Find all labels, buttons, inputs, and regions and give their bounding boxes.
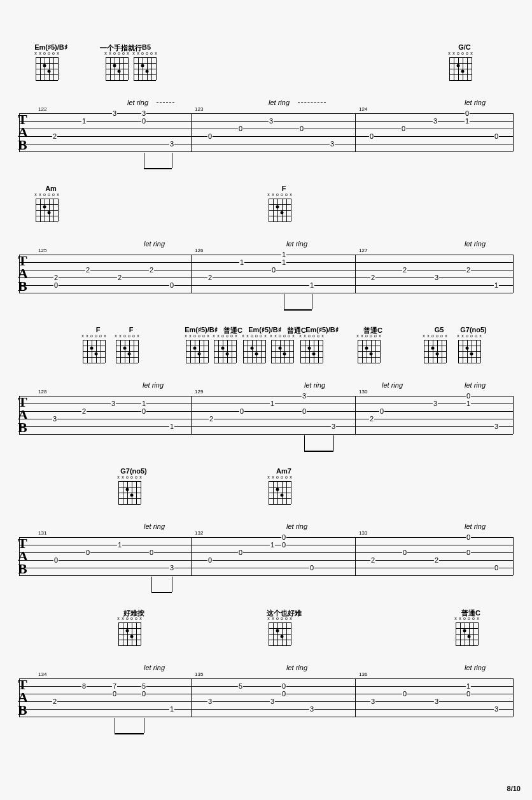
tab-staff: TAB128129130323011201033203103 bbox=[19, 396, 513, 434]
let-ring-marking: let ring bbox=[465, 523, 486, 530]
fret-number: 3 bbox=[302, 392, 307, 400]
chord-diagram: xxooox bbox=[269, 193, 291, 221]
measure-number: 133 bbox=[359, 530, 367, 536]
let-ring-marking: let ring bbox=[304, 381, 325, 389]
measure-number: 127 bbox=[359, 248, 367, 253]
fret-number: 3 bbox=[370, 698, 375, 705]
fret-number: 3 bbox=[141, 109, 146, 117]
chord-diagram: xxooox bbox=[424, 335, 447, 363]
fret-number: 3 bbox=[169, 564, 174, 572]
fret-number: 2 bbox=[117, 274, 122, 281]
chord-diagram: xxooox bbox=[118, 476, 141, 504]
chord-diagram: xxooox bbox=[300, 335, 323, 363]
fret-number: 0 bbox=[149, 549, 154, 556]
measure-number: 123 bbox=[195, 106, 203, 112]
fret-number: 0 bbox=[494, 132, 499, 140]
stem bbox=[284, 294, 284, 309]
fret-number: 3 bbox=[207, 698, 213, 705]
measure-number: 132 bbox=[195, 530, 203, 536]
fret-number: 2 bbox=[434, 556, 439, 564]
fret-number: 0 bbox=[271, 266, 276, 274]
measure-number: 135 bbox=[195, 671, 203, 677]
measure-number: 125 bbox=[38, 248, 46, 253]
fret-number: 3 bbox=[52, 415, 57, 423]
fret-number: 2 bbox=[85, 266, 90, 274]
fret-number: 3 bbox=[112, 109, 117, 117]
tab-clef-icon: TAB bbox=[18, 537, 27, 575]
beam bbox=[284, 309, 312, 311]
let-ring-marking: let ring bbox=[269, 99, 290, 106]
chord-name: Am7 bbox=[276, 467, 291, 475]
fret-number: 0 bbox=[238, 125, 243, 132]
fret-number: 1 bbox=[270, 400, 275, 407]
beam bbox=[304, 451, 333, 452]
fret-number: 1 bbox=[465, 117, 470, 125]
tab-system: FFEm(♯5)/B♯普通CEm(♯5)/B♯普通CEm(♯5)/B♯普通CG5… bbox=[19, 326, 513, 453]
chord-diagram: xxooox bbox=[456, 617, 479, 645]
fret-number: 0 bbox=[494, 564, 499, 572]
measure-number: 134 bbox=[38, 671, 46, 677]
let-ring-marking: let ring bbox=[143, 381, 164, 389]
fret-number: 0 bbox=[141, 117, 146, 125]
let-ring-marking: let ring bbox=[144, 523, 165, 530]
fret-number: 5 bbox=[141, 682, 146, 690]
beam bbox=[115, 733, 144, 734]
stem bbox=[144, 718, 144, 733]
fret-number: 0 bbox=[402, 690, 407, 698]
fret-number: 1 bbox=[309, 281, 314, 289]
let-ring-marking: let ring bbox=[382, 381, 403, 389]
chord-name: F bbox=[129, 326, 134, 333]
fret-number: 0 bbox=[169, 281, 174, 289]
fret-number: 0 bbox=[369, 132, 374, 140]
fret-number: 0 bbox=[207, 132, 213, 140]
stem bbox=[115, 718, 115, 733]
chord-name: B5 bbox=[142, 43, 151, 51]
fret-number: 0 bbox=[281, 682, 286, 690]
beam bbox=[151, 592, 172, 593]
measure-number: 130 bbox=[359, 389, 367, 395]
fret-number: 0 bbox=[466, 690, 471, 698]
fret-number: 3 bbox=[330, 140, 335, 148]
fret-number: 0 bbox=[466, 549, 471, 556]
fret-number: 3 bbox=[169, 140, 174, 148]
chord-diagram: xxooox bbox=[449, 52, 472, 80]
tab-system: AmFxxoooxxxoooxlet ringlet ringlet ringT… bbox=[19, 185, 513, 312]
fret-number: 2 bbox=[370, 556, 375, 564]
let-ring-marking: let ring bbox=[465, 381, 486, 389]
let-ring-marking: let ring bbox=[286, 664, 307, 671]
fret-number: 1 bbox=[141, 400, 146, 407]
fret-number: 0 bbox=[141, 690, 146, 698]
page-number: 8/10 bbox=[507, 785, 521, 792]
stem bbox=[172, 153, 172, 168]
chord-name: G/C bbox=[458, 43, 471, 51]
chord-name: G7(no5) bbox=[120, 467, 147, 475]
fret-number: 0 bbox=[85, 549, 90, 556]
chord-diagram: xxooox bbox=[269, 617, 291, 645]
tab-system: Em(♯5)/B♯一个手指就行B5G/Cxxoooxxxoooxxxoooxxx… bbox=[19, 43, 513, 171]
measure-number: 126 bbox=[195, 248, 203, 253]
chord-diagram: xxooox bbox=[36, 193, 59, 221]
fret-number: 0 bbox=[379, 407, 384, 415]
chord-diagram: xxooox bbox=[134, 52, 157, 80]
fret-number: 3 bbox=[433, 400, 438, 407]
chord-name: G5 bbox=[435, 326, 444, 333]
chord-diagram: xxooox bbox=[214, 335, 237, 363]
fret-number: 1 bbox=[169, 423, 174, 430]
fret-number: 2 bbox=[466, 266, 471, 274]
tab-staff: TAB12212312421330300303003010 bbox=[19, 113, 513, 151]
fret-number: 1 bbox=[466, 682, 471, 690]
fret-number: 0 bbox=[281, 533, 286, 541]
chord-diagram: xxooox bbox=[358, 335, 381, 363]
stem bbox=[333, 435, 334, 451]
fret-number: 0 bbox=[466, 392, 471, 400]
tab-system: G7(no5)Am7xxoooxxxoooxlet ringlet ringle… bbox=[19, 467, 513, 594]
stem bbox=[312, 294, 312, 309]
fret-number: 1 bbox=[81, 117, 87, 125]
chord-diagram: xxooox bbox=[269, 476, 291, 504]
fret-number: 2 bbox=[81, 407, 87, 415]
fret-number: 1 bbox=[169, 705, 174, 713]
let-ring-marking: let ring bbox=[286, 240, 307, 248]
measure-number: 122 bbox=[38, 106, 46, 112]
fret-number: 1 bbox=[117, 541, 122, 549]
fret-number: 2 bbox=[209, 415, 214, 423]
